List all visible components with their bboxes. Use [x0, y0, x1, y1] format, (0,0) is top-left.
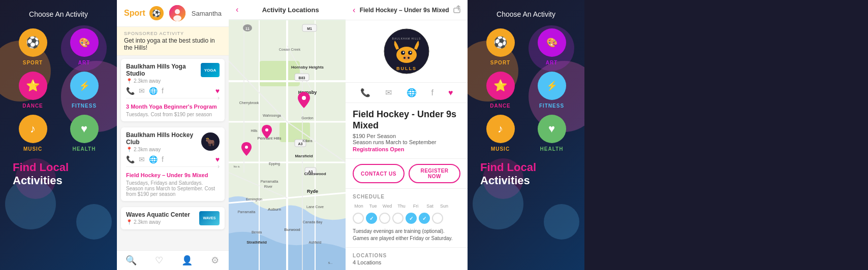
hockey-activity[interactable]: Field Hockey – Under 9s Mixed › Tuesdays…	[126, 166, 220, 197]
venue-distance-hockey: 📍2.3km away	[126, 147, 201, 152]
day-circle-mon	[353, 213, 364, 224]
nav-search[interactable]: 🔍	[117, 255, 145, 266]
activity-item-fitness[interactable]: ⚡ FITNESS	[61, 72, 107, 109]
schedule-note: Tuesday evenings are training (optional)…	[353, 228, 460, 242]
schedule-title: SCHEDULE	[353, 194, 460, 199]
user-avatar	[169, 5, 185, 21]
email-icon-hockey[interactable]: ✉	[139, 155, 145, 163]
activity-item-fitness-r[interactable]: ⚡ FITNESS	[529, 72, 574, 109]
music-label: MUSIC	[23, 146, 42, 152]
detail-header: ‹ Field Hockey – Under 9s Mixed	[346, 0, 468, 20]
register-now-button[interactable]: REGISTER NOW	[409, 164, 460, 183]
nav-favorites[interactable]: ♡	[145, 255, 173, 266]
day-circle-thu	[392, 213, 404, 224]
share-icon[interactable]	[453, 5, 460, 15]
activity-item-music[interactable]: ♪ MUSIC	[10, 115, 55, 152]
activity-item-art[interactable]: 🎨 ART	[61, 28, 107, 65]
svg-text:Ashfield: Ashfield	[309, 241, 322, 244]
music-icon: ♪	[19, 115, 47, 143]
svg-point-2	[173, 15, 181, 21]
facebook-icon[interactable]: f	[162, 87, 164, 95]
contact-us-button[interactable]: CONTACT US	[353, 164, 405, 183]
detail-back-icon[interactable]: ‹	[353, 6, 355, 15]
background-filler	[584, 0, 868, 270]
activity-item-sport-r[interactable]: ⚽ SPORT	[478, 28, 523, 65]
svg-point-58	[265, 128, 268, 131]
activity-grid: ⚽ SPORT 🎨 ART ⭐ DANCE ⚡ FITNESS ♪ MUSIC …	[5, 28, 112, 152]
fitness-label: FITNESS	[72, 103, 97, 109]
svg-text:🐂: 🐂	[205, 137, 215, 147]
favorite-icon-yoga[interactable]: ♥	[215, 87, 220, 95]
dance-label: DANCE	[22, 103, 43, 109]
venue-name-waves: Waves Aquatic Center	[126, 211, 190, 218]
detail-facebook-icon[interactable]: f	[431, 88, 433, 97]
activity-item-health[interactable]: ♥ HEALTH	[61, 115, 107, 152]
svg-point-65	[403, 52, 405, 53]
find-local-text: Find Local Activities	[5, 161, 112, 187]
back-arrow-icon[interactable]: ‹	[236, 5, 238, 14]
music-icon-r: ♪	[486, 115, 515, 143]
hockey-logo: 🐂	[201, 131, 220, 152]
locations-count: 4 Locations	[353, 259, 460, 265]
svg-text:River: River	[264, 185, 273, 188]
detail-favorite-icon[interactable]: ♥	[448, 88, 453, 97]
web-icon-hockey[interactable]: 🌐	[149, 155, 158, 163]
venue-name-yoga: Baulkham Hills Yoga Studio	[126, 63, 201, 77]
svg-text:ks o.: ks o.	[234, 165, 240, 168]
activity-item-music-r[interactable]: ♪ MUSIC	[478, 115, 523, 152]
health-label: HEALTH	[73, 146, 96, 152]
activity-item-dance[interactable]: ⭐ DANCE	[10, 72, 55, 109]
schedule-days-labels: Mon Tue Wed Thu Fri Sat Sun	[353, 204, 460, 209]
detail-phone-icon[interactable]: 📞	[360, 88, 370, 97]
detail-season: Season runs March to September	[353, 139, 460, 145]
activity-item-art-r[interactable]: 🎨 ART	[529, 28, 574, 65]
health-icon-r: ♥	[538, 115, 566, 143]
svg-text:Berala: Berala	[252, 230, 262, 234]
yoga-activity-title: 3 Month Yoga Beginner's Program	[126, 104, 217, 110]
dance-icon-r: ⭐	[486, 72, 515, 100]
activity-item-health-r[interactable]: ♥ HEALTH	[529, 115, 574, 152]
favorite-icon-hockey[interactable]: ♥	[215, 155, 220, 163]
sport-tab-label[interactable]: Sport	[124, 9, 145, 18]
activity-item-dance-r[interactable]: ⭐ DANCE	[478, 72, 523, 109]
detail-web-icon[interactable]: 🌐	[407, 88, 417, 97]
chevron-icon-yoga: ›	[218, 94, 220, 102]
dance-label-r: DANCE	[490, 103, 511, 109]
dance-icon: ⭐	[19, 72, 47, 100]
svg-text:B83: B83	[299, 76, 305, 80]
activity-item-sport[interactable]: ⚽ SPORT	[10, 28, 55, 65]
svg-text:BULLS: BULLS	[396, 66, 417, 71]
svg-text:M1: M1	[307, 27, 312, 30]
nav-settings[interactable]: ⚙	[201, 255, 229, 266]
facebook-icon-hockey[interactable]: f	[162, 155, 164, 163]
svg-text:Ermington: Ermington	[246, 197, 262, 201]
phone-icon-hockey[interactable]: 📞	[126, 155, 135, 163]
venue-card-yoga[interactable]: Baulkham Hills Yoga Studio 📍2.3km away Y…	[121, 59, 225, 121]
find-local-line1-right: Find Local	[480, 161, 572, 174]
hockey-activity-title: Field Hockey – Under 9s Mixed	[126, 172, 208, 178]
svg-text:Burwood: Burwood	[284, 227, 300, 232]
day-label-fri: Fri	[410, 204, 422, 209]
venue-card-hockey[interactable]: Baulkham Hills Hockey Club 📍2.3km away 🐂…	[121, 127, 225, 201]
activity-list-panel: Sport ⚽ Samantha SPONSORED ACTIVITY Get …	[117, 0, 229, 270]
detail-registrations: Registrations Open	[353, 146, 460, 152]
panel-title-right: Choose An Activity	[497, 10, 555, 18]
detail-logo-area: BULLS BAULKHAM HILLS	[346, 20, 468, 83]
detail-header-title: Field Hockey – Under 9s Mixed	[359, 7, 449, 14]
venue-name-hockey: Baulkham Hills Hockey Club	[126, 131, 201, 146]
venue-card-waves[interactable]: Waves Aquatic Center 📍2.3km away WAVES	[121, 207, 225, 229]
yoga-activity[interactable]: 3 Month Yoga Beginner's Program › Tuesda…	[126, 98, 220, 117]
nav-profile[interactable]: 👤	[173, 255, 201, 266]
detail-email-icon[interactable]: ✉	[385, 88, 392, 97]
day-label-tue: Tue	[367, 204, 379, 209]
venue-distance-waves: 📍2.3km away	[126, 219, 190, 225]
web-icon[interactable]: 🌐	[149, 87, 158, 95]
user-name-label: Samantha	[192, 10, 222, 17]
day-circle-fri	[406, 213, 417, 224]
map-panel: ‹ Activity Locations M1 B83 A3	[229, 0, 346, 270]
email-icon[interactable]: ✉	[139, 87, 145, 95]
svg-point-62	[396, 47, 417, 63]
phone-icon[interactable]: 📞	[126, 87, 135, 95]
yoga-actions: 📞 ✉ 🌐 f ♥	[126, 87, 220, 95]
day-label-sun: Sun	[438, 204, 450, 209]
